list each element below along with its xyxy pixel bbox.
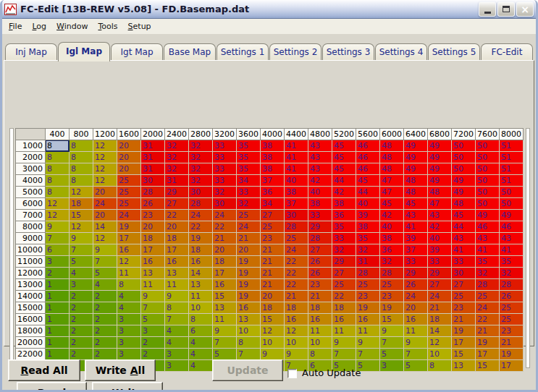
map-cell[interactable]: 32	[356, 244, 380, 256]
map-cell[interactable]: 33	[237, 187, 261, 198]
map-cell[interactable]: 48	[404, 175, 428, 187]
map-cell[interactable]: 15	[261, 314, 285, 325]
map-cell[interactable]: 8	[70, 163, 93, 175]
map-cell[interactable]: 35	[237, 163, 261, 175]
map-cell[interactable]: 22	[476, 314, 500, 325]
map-cell[interactable]: 19	[356, 302, 380, 314]
map-cell[interactable]: 38	[380, 233, 404, 244]
map-cell[interactable]: 7	[332, 349, 356, 360]
map-cell[interactable]: 21	[261, 268, 285, 279]
map-cell[interactable]: 50	[452, 140, 476, 152]
map-cell[interactable]: 8	[46, 152, 70, 163]
menu-item-tools[interactable]: Tools	[93, 20, 122, 33]
map-cell[interactable]: 25	[332, 279, 356, 291]
map-cell[interactable]: 49	[476, 210, 500, 221]
maximize-button[interactable]	[497, 1, 515, 17]
map-cell[interactable]: 49	[452, 175, 476, 187]
map-cell[interactable]: 24	[117, 210, 141, 221]
map-cell[interactable]: 27	[452, 279, 476, 291]
map-cell[interactable]: 40	[428, 233, 452, 244]
map-cell[interactable]: 28	[308, 233, 332, 244]
map-cell[interactable]: 41	[285, 152, 308, 163]
map-cell[interactable]: 4	[189, 337, 213, 349]
map-cell[interactable]: 45	[380, 198, 404, 210]
map-cell[interactable]: 35	[356, 233, 380, 244]
map-cell[interactable]: 20	[117, 152, 141, 163]
map-cell[interactable]: 36	[332, 210, 356, 221]
map-cell[interactable]: 5	[141, 314, 165, 325]
map-cell[interactable]: 9	[141, 291, 165, 302]
map-cell[interactable]: 19	[189, 233, 213, 244]
map-cell[interactable]: 12	[70, 187, 93, 198]
map-cell[interactable]: 21	[261, 256, 285, 268]
map-cell[interactable]: 49	[428, 140, 452, 152]
map-cell[interactable]: 8	[46, 175, 70, 187]
map-cell[interactable]: 25	[117, 187, 141, 198]
map-cell[interactable]: 6	[189, 325, 213, 337]
map-cell[interactable]: 43	[308, 152, 332, 163]
map-cell[interactable]: 50	[500, 198, 524, 210]
map-cell[interactable]: 30	[452, 268, 476, 279]
map-cell[interactable]: 40	[308, 187, 332, 198]
map-cell[interactable]: 7	[46, 233, 70, 244]
tab-settings-4[interactable]: Settings 4	[375, 43, 427, 60]
map-cell[interactable]: 35	[476, 256, 500, 268]
map-cell[interactable]: 36	[261, 187, 285, 198]
map-cell[interactable]: 35	[237, 140, 261, 152]
map-cell[interactable]: 18	[165, 233, 189, 244]
map-cell[interactable]: 40	[285, 175, 308, 187]
map-cell[interactable]: 7	[356, 349, 380, 360]
map-cell[interactable]: 38	[356, 221, 380, 233]
map-cell[interactable]: 18	[70, 198, 93, 210]
map-cell[interactable]: 16	[117, 244, 141, 256]
map-cell[interactable]: 7	[141, 302, 165, 314]
map-cell[interactable]: 29	[404, 268, 428, 279]
map-cell[interactable]: 22	[189, 221, 213, 233]
map-cell[interactable]: 16	[189, 256, 213, 268]
map-cell[interactable]: 23	[141, 210, 165, 221]
map-cell[interactable]: 4	[189, 360, 213, 372]
map-cell[interactable]: 46	[356, 152, 380, 163]
map-cell[interactable]: 1	[46, 349, 70, 360]
map-cell[interactable]: 27	[165, 198, 189, 210]
map-cell[interactable]: 19	[117, 221, 141, 233]
map-cell[interactable]: 35	[237, 152, 261, 163]
map-cell[interactable]: 18	[428, 314, 452, 325]
map-cell[interactable]: 12	[93, 140, 117, 152]
map-cell[interactable]: 21	[237, 233, 261, 244]
map-cell[interactable]: 16	[285, 314, 308, 325]
map-cell[interactable]: 2	[93, 291, 117, 302]
map-cell[interactable]: 1	[46, 337, 70, 349]
map-cell[interactable]: 9	[46, 221, 70, 233]
map-cell[interactable]: 41	[476, 244, 500, 256]
map-cell[interactable]: 38	[332, 198, 356, 210]
map-cell[interactable]: 18	[285, 302, 308, 314]
map-cell[interactable]: 3	[165, 360, 189, 372]
map-cell[interactable]: 1	[46, 325, 70, 337]
map-cell[interactable]: 40	[356, 198, 380, 210]
map-cell[interactable]: 9	[332, 337, 356, 349]
map-cell[interactable]: 13	[237, 314, 261, 325]
map-cell[interactable]: 12	[93, 233, 117, 244]
map-cell[interactable]: 48	[380, 163, 404, 175]
map-cell[interactable]: 27	[308, 244, 332, 256]
map-cell[interactable]: 41	[500, 244, 524, 256]
map-cell[interactable]: 50	[476, 187, 500, 198]
map-cell[interactable]: 43	[428, 210, 452, 221]
map-cell[interactable]: 20	[261, 291, 285, 302]
map-cell[interactable]: 49	[428, 175, 452, 187]
map-cell[interactable]: 1	[46, 279, 70, 291]
map-cell[interactable]: 22	[165, 210, 189, 221]
map-cell[interactable]: 15	[213, 291, 237, 302]
map-cell[interactable]: 49	[500, 210, 524, 221]
map-cell[interactable]: 40	[380, 221, 404, 233]
map-cell[interactable]: 22	[285, 268, 308, 279]
map-cell[interactable]: 18	[141, 233, 165, 244]
map-cell[interactable]: 5	[404, 360, 428, 372]
map-cell[interactable]: 21	[308, 291, 332, 302]
map-cell[interactable]: 17	[452, 337, 476, 349]
map-cell[interactable]: 8	[428, 360, 452, 372]
map-cell[interactable]: 18	[189, 244, 213, 256]
map-cell[interactable]: 11	[404, 325, 428, 337]
tab-base-map[interactable]: Base Map	[164, 43, 216, 60]
